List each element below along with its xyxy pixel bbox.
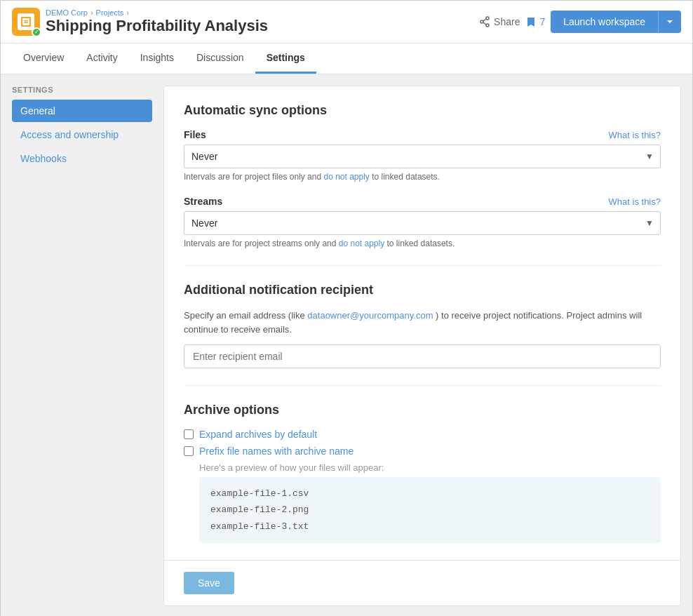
- launch-workspace-button[interactable]: Launch workspace: [551, 11, 658, 33]
- svg-rect-1: [22, 18, 29, 25]
- notification-title: Additional notification recipient: [184, 283, 661, 297]
- preview-file-1: example-file-1.csv: [210, 486, 650, 502]
- expand-archives-label[interactable]: Expand archives by default: [199, 429, 317, 440]
- sidebar-item-general[interactable]: General: [12, 100, 152, 122]
- company-link[interactable]: DEMO Corp: [46, 8, 88, 17]
- launch-workspace-dropdown-button[interactable]: [658, 11, 681, 33]
- tab-insights[interactable]: Insights: [129, 43, 185, 74]
- notification-email-example: dataowner@yourcompany.com: [307, 310, 436, 321]
- archive-title: Archive options: [184, 403, 661, 417]
- sidebar-item-access[interactable]: Access and ownership: [12, 123, 152, 146]
- files-sync-select[interactable]: Never Every hour Every day Every week: [184, 145, 661, 168]
- status-badge: [32, 27, 41, 37]
- files-hint-link[interactable]: do not apply: [323, 172, 372, 182]
- prefix-filenames-checkbox[interactable]: [184, 446, 194, 456]
- svg-point-5: [486, 24, 489, 27]
- files-select-wrapper: Never Every hour Every day Every week ▼: [184, 145, 661, 168]
- notification-description: Specify an email address (like dataowner…: [184, 309, 661, 336]
- streams-sync-select[interactable]: Never Every hour Every day Every week: [184, 211, 661, 235]
- tab-discussion[interactable]: Discussion: [185, 43, 255, 74]
- settings-sidebar: SETTINGS General Access and ownership We…: [12, 86, 152, 606]
- save-button[interactable]: Save: [184, 572, 234, 594]
- streams-select-wrapper: Never Every hour Every day Every week ▼: [184, 211, 661, 235]
- preview-file-2: example-file-2.png: [210, 502, 650, 518]
- bookmark-button[interactable]: 7: [525, 16, 545, 27]
- auto-sync-title: Automatic sync options: [184, 103, 661, 118]
- tab-activity[interactable]: Activity: [75, 43, 128, 74]
- breadcrumb: DEMO Corp › Projects › Shipping Profitab…: [46, 8, 268, 35]
- chevron-down-icon: [666, 18, 674, 26]
- preview-file-3: example-file-3.txt: [210, 518, 650, 535]
- expand-archives-checkbox[interactable]: [184, 429, 194, 439]
- archive-section: Archive options Expand archives by defau…: [184, 403, 661, 543]
- streams-label: Streams: [184, 196, 222, 207]
- files-hint: Intervals are for project files only and…: [184, 172, 661, 182]
- settings-panel: Automatic sync options Files What is thi…: [163, 86, 681, 606]
- streams-what-is-this-link[interactable]: What is this?: [609, 196, 661, 207]
- settings-footer: Save: [164, 560, 680, 605]
- svg-line-8: [483, 22, 486, 25]
- projects-link[interactable]: Projects: [96, 8, 124, 17]
- nav-tabs: Overview Activity Insights Discussion Se…: [1, 43, 692, 74]
- tab-settings[interactable]: Settings: [255, 43, 316, 74]
- share-button[interactable]: Share: [479, 16, 520, 27]
- streams-hint-link[interactable]: do not apply: [339, 239, 387, 248]
- share-icon: [479, 16, 490, 27]
- bookmark-icon: [525, 16, 537, 27]
- streams-hint: Intervals are for project streams only a…: [184, 239, 661, 248]
- prefix-filenames-row: Prefix file names with archive name: [184, 446, 661, 457]
- sidebar-item-webhooks[interactable]: Webhooks: [12, 147, 152, 170]
- files-what-is-this-link[interactable]: What is this?: [609, 130, 661, 140]
- svg-rect-2: [24, 20, 28, 22]
- file-preview-box: example-file-1.csv example-file-2.png ex…: [199, 477, 661, 543]
- streams-field-group: Streams What is this? Never Every hour E…: [184, 196, 661, 248]
- page-title: Shipping Profitability Analysis: [46, 17, 268, 35]
- svg-line-7: [483, 19, 486, 21]
- launch-workspace-group: Launch workspace: [551, 11, 681, 33]
- file-preview-label: Here's a preview of how your files will …: [199, 462, 661, 473]
- tab-overview[interactable]: Overview: [12, 43, 75, 74]
- svg-rect-3: [24, 22, 28, 24]
- sidebar-heading: SETTINGS: [12, 86, 152, 94]
- svg-point-4: [486, 17, 489, 20]
- files-field-group: Files What is this? Never Every hour Eve…: [184, 129, 661, 182]
- prefix-filenames-label[interactable]: Prefix file names with archive name: [199, 446, 354, 457]
- expand-archives-row: Expand archives by default: [184, 429, 661, 440]
- recipient-email-input[interactable]: [184, 344, 661, 368]
- svg-point-6: [480, 20, 483, 23]
- project-icon: [12, 8, 40, 36]
- files-label: Files: [184, 129, 206, 140]
